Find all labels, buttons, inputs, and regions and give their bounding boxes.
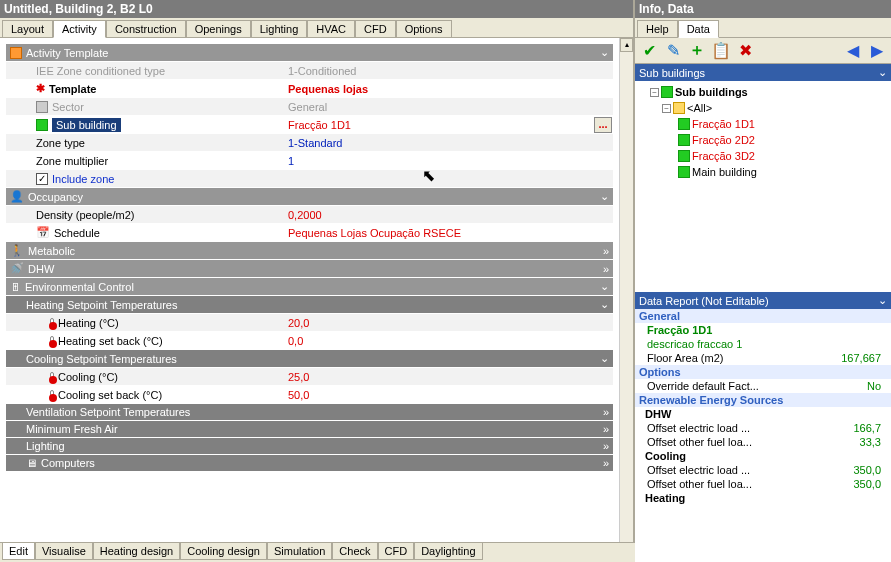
occupancy-icon: 👤 <box>10 190 24 203</box>
subbuild-value[interactable]: Fracção 1D1... <box>286 117 613 133</box>
env-icon: 🎚 <box>10 281 21 293</box>
report-dhw-other-value: 33,3 <box>860 436 887 448</box>
chevron-down-icon: ⌄ <box>600 298 609 311</box>
section-occupancy[interactable]: 👤Occupancy⌄ <box>6 188 613 206</box>
density-label: Density (people/m2) <box>6 209 286 221</box>
btab-simulation[interactable]: Simulation <box>267 543 332 560</box>
schedule-value[interactable]: Pequenas Lojas Ocupação RSECE <box>286 227 613 239</box>
activity-icon <box>10 47 22 59</box>
report-cool-other-label: Offset other fuel loa... <box>639 478 853 490</box>
tab-construction[interactable]: Construction <box>106 20 186 37</box>
apply-button[interactable]: ✔ <box>639 41 659 61</box>
section-min-fresh[interactable]: Minimum Fresh Air» <box>6 421 613 438</box>
scroll-up-button[interactable]: ▴ <box>620 38 633 52</box>
subbuild-browse-button[interactable]: ... <box>594 117 612 133</box>
chevron-down-icon: ⌄ <box>878 66 887 79</box>
cooling-sb-value[interactable]: 50,0 <box>286 389 613 401</box>
template-value[interactable]: Pequenas lojas <box>286 83 613 95</box>
sector-label: Sector <box>6 101 286 113</box>
tab-layout[interactable]: Layout <box>2 20 53 37</box>
prev-button[interactable]: ◀ <box>843 41 863 61</box>
section-metabolic[interactable]: 🚶Metabolic» <box>6 242 613 260</box>
report-cat-renew: Renewable Energy Sources <box>635 393 891 407</box>
subbuildings-panel-header[interactable]: Sub buildings⌄ <box>635 64 891 81</box>
section-env-control[interactable]: 🎚Environmental Control⌄ <box>6 278 613 296</box>
tree-item-3[interactable]: Main building <box>638 164 888 180</box>
report-cat-options: Options <box>635 365 891 379</box>
include-label[interactable]: ✓Include zone <box>6 173 286 185</box>
subbuild-label: Sub building <box>6 118 286 132</box>
right-toolbar: ✔ ✎ ＋ 📋 ✖ ◀ ▶ <box>635 38 891 64</box>
report-name: Fracção 1D1 <box>639 324 887 336</box>
cooling-value[interactable]: 25,0 <box>286 371 613 383</box>
thermometer-icon <box>50 336 54 346</box>
report-override-value: No <box>867 380 887 392</box>
cooling-sb-label: Cooling set back (°C) <box>6 389 286 401</box>
property-grid: Activity Template ⌄ IEE Zone conditioned… <box>4 42 615 558</box>
dhw-icon: 🚿 <box>10 262 24 275</box>
zonetype-label: Zone type <box>6 137 286 149</box>
section-computers[interactable]: 🖥Computers» <box>6 455 613 472</box>
data-report-header[interactable]: Data Report (Not Editable)⌄ <box>635 292 891 309</box>
chevron-down-icon: ⌄ <box>600 46 609 59</box>
section-lighting-sub[interactable]: Lighting» <box>6 438 613 455</box>
tree-item-1[interactable]: Fracção 2D2 <box>638 132 888 148</box>
schedule-icon: 📅 <box>36 226 50 239</box>
tab-options[interactable]: Options <box>396 20 452 37</box>
report-cool-elec-label: Offset electric load ... <box>639 464 853 476</box>
delete-button[interactable]: ✖ <box>735 41 755 61</box>
tab-openings[interactable]: Openings <box>186 20 251 37</box>
heating-sb-label: Heating set back (°C) <box>6 335 286 347</box>
copy-button[interactable]: 📋 <box>711 41 731 61</box>
include-checkbox[interactable]: ✓ <box>36 173 48 185</box>
heating-value[interactable]: 20,0 <box>286 317 613 329</box>
heating-sb-value[interactable]: 0,0 <box>286 335 613 347</box>
zonetype-value[interactable]: 1-Standard <box>286 137 613 149</box>
report-dhw-elec-value: 166,7 <box>853 422 887 434</box>
report-floor-area-value: 167,667 <box>841 352 887 364</box>
tree-item-2[interactable]: Fracção 3D2 <box>638 148 888 164</box>
section-dhw[interactable]: 🚿DHW» <box>6 260 613 278</box>
section-vent-sp[interactable]: Ventilation Setpoint Temperatures» <box>6 404 613 421</box>
tree-collapse-icon[interactable]: − <box>662 104 671 113</box>
zonemult-label: Zone multiplier <box>6 155 286 167</box>
add-button[interactable]: ＋ <box>687 41 707 61</box>
section-cooling-sp[interactable]: Cooling Setpoint Temperatures⌄ <box>6 350 613 368</box>
tab-hvac[interactable]: HVAC <box>307 20 355 37</box>
btab-cooling[interactable]: Cooling design <box>180 543 267 560</box>
next-button[interactable]: ▶ <box>867 41 887 61</box>
scroll-track[interactable] <box>620 52 633 548</box>
tree-collapse-icon[interactable]: − <box>650 88 659 97</box>
sector-icon <box>36 101 48 113</box>
cooling-label: Cooling (°C) <box>6 371 286 383</box>
subbuildings-tree: −Sub buildings −<All> Fracção 1D1 Fracçã… <box>635 81 891 292</box>
edit-button[interactable]: ✎ <box>663 41 683 61</box>
building-icon <box>678 166 690 178</box>
thermometer-icon <box>50 390 54 400</box>
report-sub-dhw: DHW <box>635 407 891 421</box>
section-activity-template[interactable]: Activity Template ⌄ <box>6 44 613 62</box>
tab-data[interactable]: Data <box>678 20 719 38</box>
btab-visualise[interactable]: Visualise <box>35 543 93 560</box>
main-scrollbar[interactable]: ▴ ▾ <box>619 38 633 562</box>
section-heating-sp[interactable]: Heating Setpoint Temperatures⌄ <box>6 296 613 314</box>
report-sub-heating: Heating <box>635 491 891 505</box>
btab-check[interactable]: Check <box>332 543 377 560</box>
schedule-label: 📅Schedule <box>6 226 286 239</box>
building-icon <box>678 150 690 162</box>
tree-all[interactable]: −<All> <box>638 100 888 116</box>
btab-cfd[interactable]: CFD <box>378 543 415 560</box>
tree-root[interactable]: −Sub buildings <box>638 84 888 100</box>
tab-help[interactable]: Help <box>637 20 678 37</box>
btab-edit[interactable]: Edit <box>2 543 35 560</box>
zonemult-value[interactable]: 1 <box>286 155 613 167</box>
tab-lighting[interactable]: Lighting <box>251 20 308 37</box>
density-value[interactable]: 0,2000 <box>286 209 613 221</box>
btab-daylighting[interactable]: Daylighting <box>414 543 482 560</box>
metabolic-icon: 🚶 <box>10 244 24 257</box>
tab-cfd[interactable]: CFD <box>355 20 396 37</box>
btab-heating[interactable]: Heating design <box>93 543 180 560</box>
tree-item-0[interactable]: Fracção 1D1 <box>638 116 888 132</box>
report-desc: descricao fraccao 1 <box>639 338 887 350</box>
tab-activity[interactable]: Activity <box>53 20 106 38</box>
